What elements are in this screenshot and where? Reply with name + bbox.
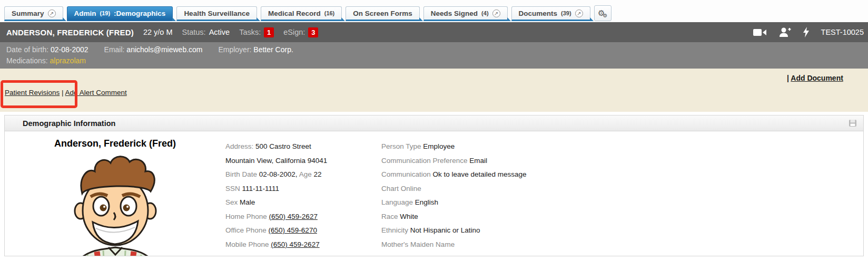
tab-count: (16) bbox=[324, 10, 335, 16]
tab-count: (39) bbox=[561, 10, 571, 16]
email-field: Email anichols@mieweb.com bbox=[225, 252, 381, 256]
contact-details-column: Address: 500 Castro Street Mountain View… bbox=[225, 131, 381, 256]
tasks-label: Tasks: bbox=[239, 28, 261, 36]
settings-button[interactable]: ⚙⚙ bbox=[594, 5, 611, 21]
tab-label: Admin bbox=[74, 9, 96, 17]
tab-label: Summary bbox=[12, 9, 44, 17]
status-label: Status: bbox=[182, 28, 205, 36]
popout-icon[interactable]: ↗ bbox=[492, 9, 500, 17]
email-value: anichols@mieweb.com bbox=[126, 45, 202, 54]
tab-summary[interactable]: Summary ↗ bbox=[4, 6, 63, 21]
sex-field: Sex Male bbox=[225, 196, 381, 210]
patient-identity-column: Anderson, Frederick (Fred) bbox=[5, 131, 225, 256]
ssn-field: SSN 111-11-1111 bbox=[225, 182, 381, 196]
info-line-2: Medications: alprazolam bbox=[6, 55, 862, 66]
tab-label: On Screen Forms bbox=[353, 9, 412, 17]
patient-photo bbox=[66, 151, 164, 256]
person-add-icon[interactable] bbox=[778, 27, 791, 37]
tab-label: Documents bbox=[519, 9, 558, 17]
medications-value[interactable]: alprazolam bbox=[50, 56, 85, 65]
email-label: Email: bbox=[104, 45, 125, 54]
patient-id: TEST-10025 bbox=[821, 28, 864, 36]
gear-icon: ⚙ bbox=[603, 13, 607, 18]
patient-header-actions: TEST-10025 bbox=[753, 27, 864, 37]
patient-action-links: Patient Revisions | Add Alert Comment bbox=[5, 89, 127, 97]
employer-label: Employer: bbox=[218, 45, 251, 54]
tab-suffix: :Demographics bbox=[114, 9, 165, 17]
panel-body: Anderson, Frederick (Fred) bbox=[5, 131, 863, 256]
dob-value: 02-08-2002 bbox=[51, 45, 88, 54]
home-phone-field: Home Phone (650) 459-2627 bbox=[225, 210, 381, 224]
person-type-field: Person Type Employee bbox=[381, 140, 863, 154]
mobile-phone-field: Mobile Phone (650) 459-2627 bbox=[225, 238, 381, 252]
communication-preference-field: Communication Preference Email bbox=[381, 154, 863, 168]
esign-label: eSign: bbox=[283, 28, 305, 36]
tab-label: Needs Signed bbox=[431, 9, 478, 17]
tab-label: Health Surveillance bbox=[184, 9, 250, 17]
medications-field: Medications: alprazolam bbox=[6, 56, 86, 65]
tab-label: Medical Record bbox=[268, 9, 321, 17]
mobile-phone-link[interactable]: (650) 459-2627 bbox=[271, 240, 319, 248]
birth-date-field: Birth Date 02-08-2002, Age 22 bbox=[225, 168, 381, 182]
chart-tab-bar: Summary ↗ Admin (19):Demographics Health… bbox=[0, 0, 868, 22]
office-phone-field: Office Phone (650) 459-6270 bbox=[225, 224, 381, 238]
attributes-column: Person Type Employee Communication Prefe… bbox=[381, 131, 863, 252]
language-field: Language English bbox=[381, 196, 863, 210]
address-field-line2: Mountain View, California 94041 bbox=[225, 154, 381, 168]
tab-count: (19) bbox=[100, 10, 111, 16]
employer-value: Better Corp. bbox=[253, 45, 293, 54]
separator: | bbox=[62, 89, 64, 97]
demographics-panel: Demographic Information Anderson, Freder… bbox=[4, 115, 864, 256]
race-field: Race White bbox=[381, 210, 863, 224]
medications-label: Medications: bbox=[6, 56, 48, 65]
patient-info-bar: Date of birth: 02-08-2002 Email: anichol… bbox=[0, 42, 868, 69]
tab-admin-demographics[interactable]: Admin (19):Demographics bbox=[67, 6, 173, 21]
patient-name: ANDERSON, FREDERICK (FRED) bbox=[6, 28, 134, 37]
employer-field: Employer: Better Corp. bbox=[218, 45, 293, 54]
address-field: Address: 500 Castro Street bbox=[225, 140, 381, 154]
tasks-field: Tasks: 1 bbox=[239, 27, 274, 37]
ethnicity-field: Ethnicity Not Hispanic or Latino bbox=[381, 224, 863, 238]
panel-header: Demographic Information bbox=[5, 115, 863, 131]
lightning-bolt-icon[interactable] bbox=[803, 27, 810, 37]
chart-online-field: Chart Online bbox=[381, 182, 863, 196]
esign-field: eSign: 3 bbox=[283, 27, 318, 37]
patient-revisions-link[interactable]: Patient Revisions bbox=[5, 89, 60, 97]
status-value: Active bbox=[209, 28, 230, 36]
popout-icon[interactable]: ↗ bbox=[575, 9, 583, 17]
separator: | bbox=[787, 74, 789, 82]
tab-documents[interactable]: Documents (39) ↗ bbox=[511, 6, 590, 21]
email-link[interactable]: anichols@mieweb.com bbox=[245, 254, 319, 256]
document-icon[interactable] bbox=[849, 119, 857, 127]
add-document-area: | Add Document bbox=[787, 74, 843, 82]
patient-age-sex: 22 y/o M bbox=[143, 28, 173, 36]
info-line-1: Date of birth: 02-08-2002 Email: anichol… bbox=[6, 44, 862, 55]
home-phone-link[interactable]: (650) 459-2627 bbox=[269, 213, 318, 220]
tab-health-surveillance[interactable]: Health Surveillance bbox=[176, 6, 257, 21]
mothers-maiden-name-field: Mother's Maiden Name bbox=[381, 238, 863, 252]
patient-display-name: Anderson, Frederick (Fred) bbox=[5, 138, 225, 149]
action-bar: | Add Document Patient Revisions | Add A… bbox=[0, 69, 868, 112]
add-alert-comment-link[interactable]: Add Alert Comment bbox=[65, 89, 127, 97]
panel-title: Demographic Information bbox=[23, 119, 115, 128]
tab-medical-record[interactable]: Medical Record (16) bbox=[261, 6, 342, 21]
tab-needs-signed[interactable]: Needs Signed (4) ↗ bbox=[423, 6, 508, 21]
add-document-link[interactable]: Add Document bbox=[791, 74, 843, 82]
tab-on-screen-forms[interactable]: On Screen Forms bbox=[346, 6, 420, 21]
email-field: Email: anichols@mieweb.com bbox=[104, 45, 205, 54]
status-field: Status: Active bbox=[182, 28, 230, 36]
dob-label: Date of birth: bbox=[6, 45, 48, 54]
dob-field: Date of birth: 02-08-2002 bbox=[6, 45, 91, 54]
tasks-badge[interactable]: 1 bbox=[264, 27, 274, 37]
patient-header: ANDERSON, FREDERICK (FRED) 22 y/o M Stat… bbox=[0, 22, 868, 42]
office-phone-link[interactable]: (650) 459-6270 bbox=[269, 226, 317, 234]
esign-badge[interactable]: 3 bbox=[308, 27, 318, 37]
popout-icon[interactable]: ↗ bbox=[48, 9, 56, 17]
communication-field: Communication Ok to leave detailed messa… bbox=[381, 168, 863, 182]
tab-count: (4) bbox=[481, 10, 488, 16]
video-camera-icon[interactable] bbox=[753, 28, 767, 37]
